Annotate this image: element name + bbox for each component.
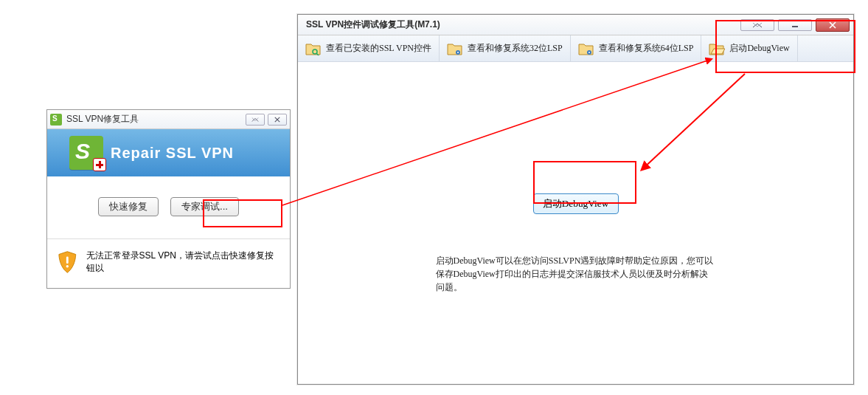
- toolbar-fix-64[interactable]: 查看和修复系统64位LSP: [571, 35, 702, 61]
- repair-banner: S Repair SSL VPN: [47, 129, 290, 176]
- repair-logo-icon: S: [69, 136, 103, 170]
- close-button[interactable]: [268, 114, 287, 126]
- toolbar-label: 启动DebugView: [729, 42, 789, 55]
- repair-footer-text: 无法正常登录SSL VPN，请尝试点击快速修复按钮以: [86, 250, 281, 275]
- toolbar-label: 查看和修复系统32位LSP: [468, 42, 563, 55]
- debugview-description: 启动DebugView可以在您访问SSLVPN遇到故障时帮助定位原因，您可以保存…: [436, 254, 716, 294]
- folder-search-icon: [305, 41, 322, 56]
- repair-dialog: SSL VPN修复工具 S Repair SSL VPN 快速修复 专家调试..…: [46, 109, 291, 289]
- toolbar-label: 查看已安装的SSL VPN控件: [326, 42, 431, 55]
- debug-dialog-title: SSL VPN控件调试修复工具(M7.1): [306, 18, 736, 31]
- repair-dialog-titlebar[interactable]: SSL VPN修复工具: [47, 110, 290, 129]
- toolbar-launch-debugview[interactable]: 启动DebugView: [701, 35, 797, 61]
- svg-rect-0: [66, 256, 69, 264]
- svg-rect-2: [792, 26, 798, 27]
- expert-debug-button[interactable]: 专家调试...: [170, 197, 239, 216]
- folder-gear-icon: [447, 41, 463, 56]
- minimize-button[interactable]: [778, 19, 812, 31]
- svg-point-5: [457, 52, 459, 53]
- debug-dialog: SSL VPN控件调试修复工具(M7.1) 查看已安装的SSL VPN控件: [297, 14, 854, 385]
- folder-gear-icon: [578, 41, 594, 56]
- svg-point-7: [588, 52, 590, 53]
- toolbar-view-installed[interactable]: 查看已安装的SSL VPN控件: [298, 35, 440, 61]
- quick-repair-button[interactable]: 快速修复: [98, 197, 159, 216]
- debug-dialog-titlebar[interactable]: SSL VPN控件调试修复工具(M7.1): [298, 15, 853, 35]
- launch-debugview-button[interactable]: 启动DebugView: [533, 193, 619, 214]
- debug-toolbar: 查看已安装的SSL VPN控件 查看和修复系统32位LSP 查看和修复系统64位…: [298, 35, 853, 62]
- repair-banner-title: Repair SSL VPN: [111, 145, 234, 162]
- folder-open-icon: [709, 41, 725, 56]
- app-icon: [50, 114, 62, 126]
- debug-content: 启动DebugView 启动DebugView可以在您访问SSLVPN遇到故障时…: [298, 62, 853, 384]
- close-button[interactable]: [816, 18, 850, 32]
- help-button[interactable]: [246, 114, 265, 126]
- warning-shield-icon: [58, 250, 77, 274]
- svg-point-1: [66, 265, 69, 267]
- help-button[interactable]: [740, 19, 774, 31]
- repair-dialog-title: SSL VPN修复工具: [65, 113, 243, 126]
- toolbar-label: 查看和修复系统64位LSP: [599, 42, 694, 55]
- toolbar-fix-32[interactable]: 查看和修复系统32位LSP: [440, 35, 571, 61]
